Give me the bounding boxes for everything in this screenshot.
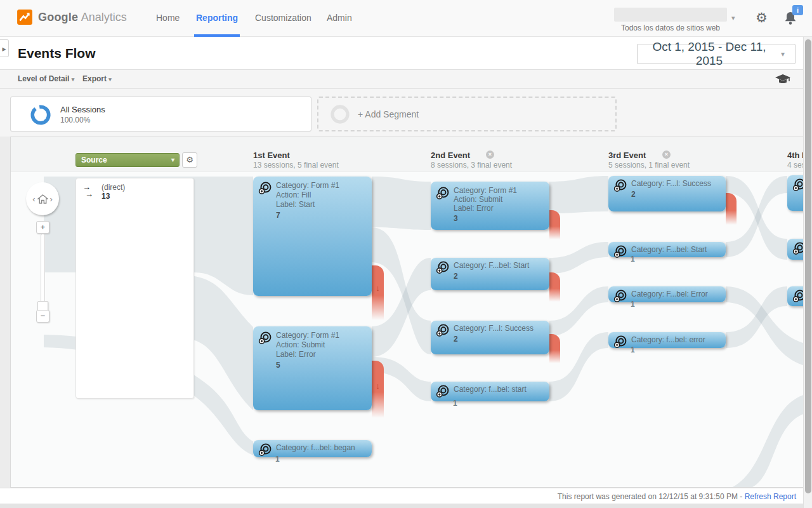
nav-item-home[interactable]: Home [156,0,180,36]
zoom-in-button[interactable]: + [36,221,49,234]
nav-item-customization[interactable]: Customization [255,0,311,36]
pan-left-icon[interactable]: ‹ [32,194,35,204]
flow-home-button[interactable]: ‹ › [26,182,59,215]
band-e2n2-e3n2 [549,242,608,274]
nav-item-admin[interactable]: Admin [327,0,352,36]
node-count: 5 [276,361,339,370]
brand[interactable]: Google Analytics [16,9,127,25]
band-bottom-swoosh [730,394,804,488]
zoom-slider-track[interactable] [41,234,45,309]
close-column-2-icon[interactable]: × [486,150,494,159]
events-flow-canvas: ↓ ↓ Source▾ ⚙ 1st Event 13 sessions, 5 f… [10,137,804,488]
close-column-3-icon[interactable]: × [662,150,671,159]
level-of-detail-menu[interactable]: Level of Detail ▾ [18,70,74,88]
source-value: 13 [102,192,110,201]
node-count: 1 [631,345,635,354]
node-count: 1 [275,455,280,464]
export-menu[interactable]: Export ▾ [82,70,112,88]
page-title: Events Flow [18,46,96,61]
dropoff-arrow-icon: ↓ [372,283,384,293]
bottom-edge-strip [0,504,812,508]
dropoff-e1n2: ↓ [372,361,384,418]
add-segment-ring-icon [330,104,350,124]
source-node-card[interactable]: →→ (direct) 13 [75,178,194,399]
flow-node-e4n1[interactable] [787,175,804,211]
flow-node-e2n3[interactable]: Category: F...l: Success2 [431,321,549,354]
vertical-scrollbar[interactable] [803,37,812,508]
segment-all-sessions[interactable]: All Sessions 100.00% [10,97,311,131]
flow-node-e2n1[interactable]: Category: Form #1Action: SubmitLabel: Er… [431,182,549,230]
info-badge[interactable]: i [792,5,803,15]
brand-analytics: Analytics [81,11,127,23]
scrollbar-thumb[interactable] [805,39,811,493]
node-count: 7 [276,211,339,220]
pan-right-icon[interactable]: › [50,194,53,204]
dimension-settings-gear-icon[interactable]: ⚙ [182,152,197,168]
column-subtitle-1st-event: 13 sessions, 5 final event [253,161,339,170]
flow-node-e3n3[interactable]: Category: F...bel: Error 1 [608,286,726,302]
column-title-1st-event: 1st Event [253,150,290,160]
brand-google: Google [38,11,78,23]
add-segment-button[interactable]: + Add Segment [317,97,617,131]
date-caret-icon: ▾ [781,50,795,58]
flow-node-e4n3[interactable] [787,286,804,306]
event-icon [436,186,450,200]
flow-node-e2n2[interactable]: Category: F...bel: Start2 [431,258,549,290]
flow-node-e3n2[interactable]: Category: F...bel: Start 1 [608,242,726,257]
band-source-e1n2 [185,275,253,410]
node-count: 2 [631,190,711,199]
column-subtitle-3rd-event: 5 sessions, 1 final event [608,161,690,170]
flow-node-e4n2[interactable] [787,239,804,260]
column-subtitle-4th-event: 4 sessions [787,161,804,170]
dropoff-arrow-icon: ↓ [372,381,384,391]
node-count: 2 [454,272,529,281]
dimension-caret-icon: ▾ [171,154,174,166]
band-e2n1-e3n1 [549,176,608,213]
sidebar-collapse-tab[interactable]: ▶ [0,39,9,57]
column-title-4th-event: 4th Event [787,150,804,160]
node-count: 1 [631,255,635,264]
event-icon [436,323,450,337]
report-footer: This report was generated on 12/12/15 at… [0,488,812,504]
dimension-select[interactable]: Source▾ [75,153,180,167]
flow-node-e1n2[interactable]: Category: Form #1Action: SubmitLabel: Er… [253,326,372,410]
zoom-out-button[interactable]: − [36,310,49,323]
band-e3n4-e4n3 [726,286,787,348]
node-count: 3 [454,214,517,223]
report-header: ▶ Events Flow Oct 1, 2015 - Dec 11, 2015… [0,37,812,70]
event-icon [258,443,272,457]
node-count: 1 [453,399,457,408]
dropoff-e3n1 [726,193,737,225]
event-icon [613,289,627,303]
education-cap-icon[interactable] [775,74,790,85]
event-icon [436,384,450,398]
nav-item-reporting[interactable]: Reporting [196,0,238,36]
report-toolbar: Level of Detail ▾ Export ▾ [0,70,812,89]
event-icon [613,244,627,258]
date-range-text: Oct 1, 2015 - Dec 11, 2015 [638,40,781,68]
column-title-3rd-event: 3rd Event [608,150,646,160]
event-icon [258,331,272,345]
flow-node-e1n1[interactable]: Category: Form #1Action: FillLabel: Star… [253,177,372,296]
segment-title: All Sessions [60,105,105,114]
entrance-arrows-icon: →→ [82,184,93,197]
segment-ring-icon [30,104,51,126]
date-range-selector[interactable]: Oct 1, 2015 - Dec 11, 2015 ▾ [637,44,796,64]
source-label: (direct) [102,183,125,192]
flow-node-e3n1[interactable]: Category: F...l: Success2 [608,176,726,211]
flow-node-e1n3[interactable]: Category: f...bel: began 1 [253,440,372,457]
add-segment-label: + Add Segment [358,109,419,119]
event-icon [436,260,450,274]
refresh-report-link[interactable]: Refresh Report [745,492,796,501]
top-nav-bar: Google Analytics Home Reporting Customiz… [0,0,812,37]
event-icon [613,178,627,192]
flow-node-e2n4[interactable]: Category: f...bel: start 1 [431,382,549,401]
event-icon [613,335,627,349]
account-caret-icon[interactable]: ▾ [731,14,735,22]
settings-gear-icon[interactable]: ⚙ [756,11,768,24]
flow-node-e3n4[interactable]: Category: f...bel: error 1 [608,332,726,348]
dropoff-e2n1 [549,210,560,239]
account-name-redacted[interactable] [614,8,727,22]
level-of-detail-caret-icon: ▾ [72,76,75,83]
account-view-label: Todos los datos de sitios web [614,23,727,32]
